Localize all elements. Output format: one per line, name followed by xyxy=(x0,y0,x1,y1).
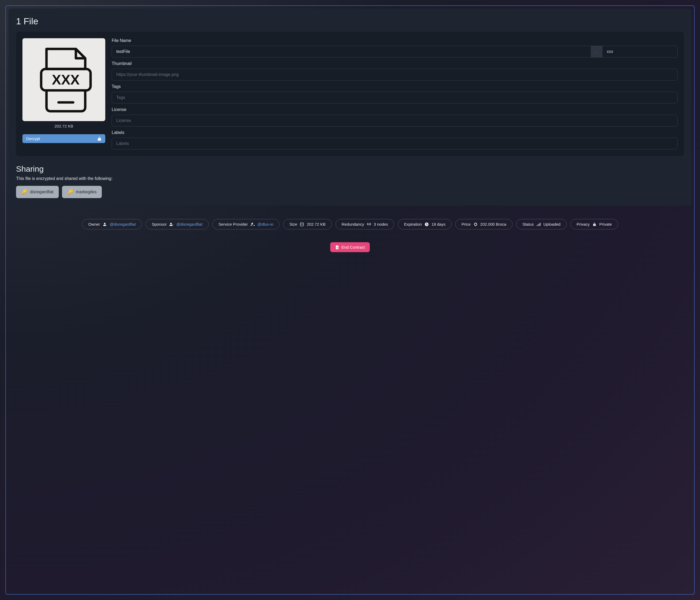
file-document-icon: XXX xyxy=(33,45,95,115)
sharing-user-name: disregardfiat xyxy=(30,190,53,194)
labels-label: Labels xyxy=(112,130,678,135)
size-pill: Size 202.72 KB xyxy=(283,219,331,230)
key-icon: 🔑 xyxy=(21,189,27,195)
user-icon xyxy=(103,222,107,226)
clock-icon xyxy=(425,222,429,226)
redundancy-pill: Redundancy 3 nodes xyxy=(335,219,394,230)
file-size: 202.72 KB xyxy=(22,124,105,128)
file-details-panel: XXX 202.72 KB Decrypt File Name xyxy=(16,32,684,156)
file-icon-preview: XXX xyxy=(22,38,105,121)
owner-link[interactable]: @disregardfiat xyxy=(109,222,136,226)
tags-input[interactable] xyxy=(112,92,678,103)
provider-pill: Service Provider @dlux-io xyxy=(212,219,279,230)
sharing-subtitle: This file is encrypted and shared with t… xyxy=(16,176,684,181)
redundancy-value: 3 nodes xyxy=(374,222,388,226)
file-form: File Name . Thumbnail Tags License Label… xyxy=(112,38,678,149)
end-contract-button[interactable]: End Contract xyxy=(330,242,370,252)
pill-label: Redundancy xyxy=(342,222,364,226)
price-pill: Price 202.000 Broca xyxy=(455,219,512,230)
privacy-value: Private xyxy=(599,222,612,226)
expiration-pill: Expiration 18 days xyxy=(398,219,452,230)
sharing-users-row: 🔑 disregardfiat 🔑 markegiles xyxy=(16,186,684,198)
pill-label: Service Provider xyxy=(219,222,248,226)
owner-pill: Owner @disregardfiat xyxy=(82,219,142,230)
pill-label: Owner xyxy=(88,222,100,226)
sharing-user-chip[interactable]: 🔑 markegiles xyxy=(62,186,102,198)
file-x-icon xyxy=(335,245,339,249)
filename-label: File Name xyxy=(112,38,678,43)
svg-rect-7 xyxy=(539,223,540,226)
actions-row: End Contract xyxy=(8,242,692,252)
pill-label: Price xyxy=(461,222,471,226)
pill-label: Status xyxy=(522,222,534,226)
filename-input[interactable] xyxy=(112,46,591,57)
user-check-icon xyxy=(169,222,174,226)
status-pill: Status Uploaded xyxy=(516,219,567,230)
pill-label: Sponsor xyxy=(152,222,167,226)
gear-icon xyxy=(473,222,478,226)
unlock-icon xyxy=(97,137,102,141)
decrypt-button[interactable]: Decrypt xyxy=(22,134,105,143)
user-gear-icon xyxy=(251,222,255,226)
database-icon xyxy=(300,222,304,226)
pill-label: Privacy xyxy=(577,222,590,226)
svg-point-3 xyxy=(300,222,303,223)
price-value: 202.000 Broca xyxy=(480,222,506,226)
svg-rect-6 xyxy=(538,224,539,226)
filename-input-group: . xyxy=(112,46,678,57)
tags-label: Tags xyxy=(112,84,678,89)
sponsor-link[interactable]: @disregardfiat xyxy=(176,222,202,226)
svg-text:XXX: XXX xyxy=(52,72,80,88)
page-title: 1 File xyxy=(16,16,684,26)
metadata-pill-row: Owner @disregardfiat Sponsor @disregardf… xyxy=(8,219,692,230)
sharing-title: Sharing xyxy=(16,164,684,173)
thumbnail-label: Thumbnail xyxy=(112,61,678,66)
file-preview-column: XXX 202.72 KB Decrypt xyxy=(22,38,105,149)
sponsor-pill: Sponsor @disregardfiat xyxy=(146,219,209,230)
expiration-value: 18 days xyxy=(431,222,446,226)
key-icon: 🔑 xyxy=(67,189,73,195)
decrypt-button-label: Decrypt xyxy=(26,136,40,141)
svg-rect-5 xyxy=(537,225,537,226)
filename-dot-separator: . xyxy=(591,46,602,57)
privacy-pill: Privacy Private xyxy=(570,219,618,230)
sharing-user-name: markegiles xyxy=(76,190,96,194)
pill-label: Expiration xyxy=(404,222,422,226)
labels-input[interactable] xyxy=(112,138,678,149)
signal-icon xyxy=(536,222,541,226)
provider-link[interactable]: @dlux-io xyxy=(257,222,273,226)
extension-input[interactable] xyxy=(602,46,677,57)
lock-icon xyxy=(592,222,597,226)
thumbnail-input[interactable] xyxy=(112,69,678,80)
file-card: 1 File XXX 202.72 KB Decrypt xyxy=(8,8,692,206)
end-contract-label: End Contract xyxy=(342,245,365,249)
status-value: Uploaded xyxy=(544,222,560,226)
tower-icon xyxy=(367,222,371,226)
size-value: 202.72 KB xyxy=(307,222,325,226)
license-label: License xyxy=(112,107,678,112)
svg-rect-8 xyxy=(540,223,541,226)
pill-label: Size xyxy=(289,222,297,226)
license-input[interactable] xyxy=(112,115,678,126)
sharing-user-chip[interactable]: 🔑 disregardfiat xyxy=(16,186,59,198)
